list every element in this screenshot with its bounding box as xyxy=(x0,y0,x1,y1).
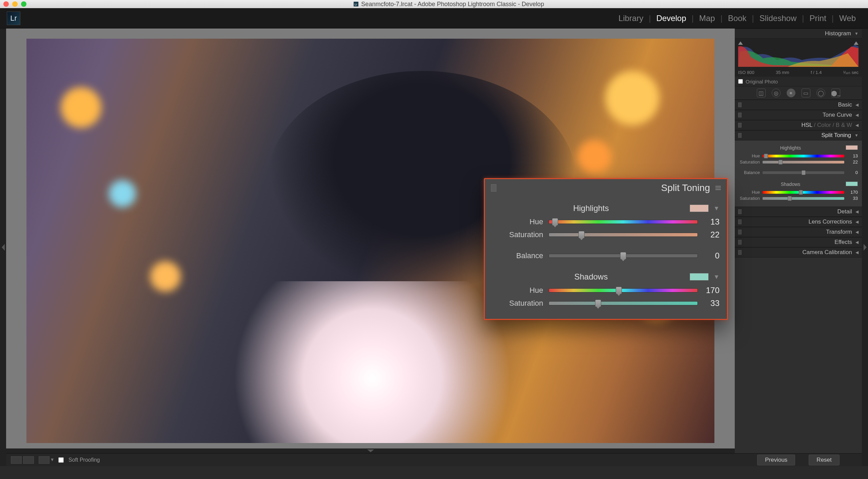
left-panel-collapse[interactable] xyxy=(0,28,6,466)
overlay-title: Split Toning xyxy=(661,183,710,193)
ov-highlights-label: Highlights xyxy=(492,204,690,213)
right-panel-collapse[interactable] xyxy=(862,28,868,466)
crop-tool-icon[interactable]: ◫ xyxy=(757,89,766,97)
effects-panel-header[interactable]: Effects◀ xyxy=(735,237,862,247)
ov-shadows-sat-slider[interactable] xyxy=(549,301,698,305)
module-library[interactable]: Library xyxy=(613,14,649,23)
module-slideshow[interactable]: Slideshow xyxy=(754,14,802,23)
histogram-shutter: ¹⁄₁₂₅ sec xyxy=(843,70,859,75)
module-web[interactable]: Web xyxy=(834,14,861,23)
histogram-iso: ISO 800 xyxy=(738,70,754,75)
loupe-view-button[interactable] xyxy=(11,456,22,464)
ov-shadows-label: Shadows xyxy=(492,272,690,282)
radial-filter-icon[interactable]: ◯ xyxy=(816,89,825,97)
right-panel: Histogram▼ ISO 800 35 mm f / 1.4 ¹⁄₁₂₅ s… xyxy=(735,28,862,466)
chevron-down-icon[interactable]: ▼ xyxy=(713,273,719,281)
filmstrip-collapse[interactable] xyxy=(6,448,735,453)
balance-slider[interactable] xyxy=(763,171,844,174)
highlight-clip-icon[interactable] xyxy=(854,41,859,45)
previous-button[interactable]: Previous xyxy=(757,455,795,465)
ov-highlights-sat-value[interactable]: 22 xyxy=(703,230,719,240)
shadows-hue-slider[interactable] xyxy=(763,191,844,194)
identity-bar: Lr Adobe Lightroom Classic CC Sean McCor… xyxy=(0,8,868,28)
ov-balance-value[interactable]: 0 xyxy=(703,251,719,261)
highlights-section-label: Highlights xyxy=(739,145,842,151)
window-close-icon[interactable] xyxy=(3,1,9,7)
ov-highlights-sat-slider[interactable] xyxy=(549,233,698,237)
ov-highlights-hue-slider[interactable] xyxy=(549,220,698,224)
highlights-hue-slider[interactable] xyxy=(763,155,844,157)
transform-panel-header[interactable]: Transform◀ xyxy=(735,227,862,237)
ov-shadows-hue-slider[interactable] xyxy=(549,288,698,292)
split-toning-zoom-overlay: Split Toning Highlights ▼ Hue 13 Saturat… xyxy=(484,178,728,320)
histogram-aperture: f / 1.4 xyxy=(811,70,822,75)
original-photo-checkbox[interactable] xyxy=(738,79,743,84)
highlights-sat-slider[interactable] xyxy=(763,161,844,164)
before-after-tb-button[interactable] xyxy=(39,456,50,464)
panel-switch-icon[interactable] xyxy=(491,184,496,192)
shadows-swatch[interactable] xyxy=(846,181,858,186)
original-photo-label: Original Photo xyxy=(746,79,778,84)
window-title: Seanmcfoto-7.lrcat - Adobe Photoshop Lig… xyxy=(361,1,544,8)
highlights-swatch[interactable] xyxy=(846,145,858,150)
brush-tool-icon[interactable]: ⬤⎯ xyxy=(831,89,840,97)
histogram-focal: 35 mm xyxy=(776,70,789,75)
ov-shadows-swatch[interactable] xyxy=(690,273,709,281)
basic-panel-header[interactable]: Basic◀ xyxy=(735,100,862,110)
module-book[interactable]: Book xyxy=(723,14,752,23)
tool-strip: ◫ ◎ ● ▭ ◯ ⬤⎯ xyxy=(735,86,862,100)
lightroom-doc-icon: Lr xyxy=(354,2,358,6)
svg-text:Lr: Lr xyxy=(355,3,357,6)
calibration-panel-header[interactable]: Camera Calibration◀ xyxy=(735,247,862,257)
split-toning-panel: Highlights Hue13 Saturation22 Balance0 S… xyxy=(735,140,862,207)
chevron-down-icon[interactable]: ▼ xyxy=(713,205,719,212)
spot-tool-icon[interactable]: ◎ xyxy=(772,89,781,97)
before-after-lr-button[interactable] xyxy=(23,456,34,464)
grad-filter-icon[interactable]: ▭ xyxy=(802,89,810,97)
module-develop[interactable]: Develop xyxy=(651,14,692,23)
lightroom-logo-icon: Lr xyxy=(7,12,20,25)
histogram-header[interactable]: Histogram▼ xyxy=(735,28,862,39)
lens-panel-header[interactable]: Lens Corrections◀ xyxy=(735,217,862,227)
shadows-section-label: Shadows xyxy=(739,181,842,187)
soft-proofing-label: Soft Proofing xyxy=(68,457,100,463)
ov-highlights-hue-value[interactable]: 13 xyxy=(703,217,719,227)
shadow-clip-icon[interactable] xyxy=(738,41,743,45)
tonecurve-panel-header[interactable]: Tone Curve◀ xyxy=(735,110,862,120)
redeye-tool-icon[interactable]: ● xyxy=(787,89,795,97)
detail-panel-header[interactable]: Detail◀ xyxy=(735,207,862,217)
ov-highlights-swatch[interactable] xyxy=(690,205,709,212)
ov-balance-slider[interactable] xyxy=(549,254,698,258)
mac-titlebar: Lr Seanmcfoto-7.lrcat - Adobe Photoshop … xyxy=(0,0,868,8)
shadows-sat-slider[interactable] xyxy=(763,197,844,200)
window-minimize-icon[interactable] xyxy=(12,1,18,7)
soft-proofing-checkbox[interactable] xyxy=(58,457,64,463)
hsl-panel-header[interactable]: HSL / Color / B & W ◀ xyxy=(735,120,862,130)
histogram[interactable]: ISO 800 35 mm f / 1.4 ¹⁄₁₂₅ sec xyxy=(735,39,862,77)
module-picker: Library| Develop| Map| Book| Slideshow| … xyxy=(613,14,861,23)
toolbar: ▾ Soft Proofing xyxy=(6,453,735,466)
ov-shadows-hue-value[interactable]: 170 xyxy=(703,286,719,295)
module-print[interactable]: Print xyxy=(804,14,831,23)
panel-menu-icon[interactable] xyxy=(715,186,721,190)
splittoning-panel-header[interactable]: Split Toning▼ xyxy=(735,130,862,140)
module-map[interactable]: Map xyxy=(694,14,721,23)
ov-shadows-sat-value[interactable]: 33 xyxy=(703,299,719,308)
reset-button[interactable]: Reset xyxy=(809,455,839,465)
